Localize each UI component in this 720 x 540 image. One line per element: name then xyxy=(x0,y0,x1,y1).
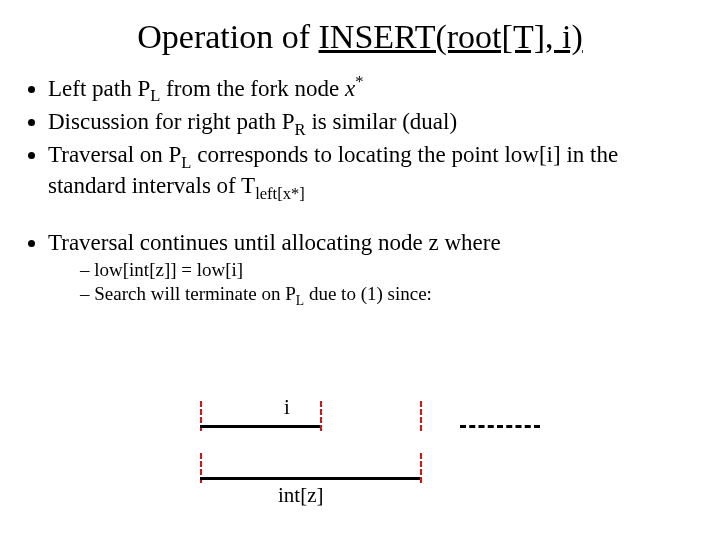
subscript: R xyxy=(295,119,306,138)
tick xyxy=(420,401,422,431)
subscript: L xyxy=(150,86,160,105)
text: Traversal on P xyxy=(48,142,181,167)
subscript: L xyxy=(296,293,304,308)
segment-i xyxy=(200,425,320,428)
subscript: left[x*] xyxy=(255,184,305,203)
interval-diagram: i int[z] xyxy=(200,395,600,515)
title-underlined: INSERT(root[T], i) xyxy=(319,18,583,55)
text: Left path P xyxy=(48,76,150,101)
slide: Operation of INSERT(root[T], i) Left pat… xyxy=(0,0,720,540)
bullet-2: Discussion for right path PR is similar … xyxy=(48,108,696,139)
tick xyxy=(320,401,322,431)
text: Traversal continues until allocating nod… xyxy=(48,230,501,255)
slide-title: Operation of INSERT(root[T], i) xyxy=(24,18,696,56)
label-intz: int[z] xyxy=(278,483,323,508)
text: Search will terminate on P xyxy=(94,283,296,304)
sub-bullet-2: Search will terminate on PL due to (1) s… xyxy=(80,282,696,309)
var-x: x xyxy=(345,76,355,101)
text: Discussion for right path P xyxy=(48,109,295,134)
bullet-list-2: Traversal continues until allocating nod… xyxy=(30,229,696,309)
text: due to (1) since: xyxy=(304,283,432,304)
subscript: L xyxy=(181,153,191,172)
sub-bullet-1: low[int[z]] = low[i] xyxy=(80,258,696,282)
segment-intz xyxy=(200,477,420,480)
bullet-4: Traversal continues until allocating nod… xyxy=(48,229,696,309)
sub-bullet-list: low[int[z]] = low[i] Search will termina… xyxy=(58,258,696,309)
title-pre: Operation of xyxy=(137,18,318,55)
text: is similar (dual) xyxy=(306,109,457,134)
label-i: i xyxy=(284,395,290,420)
superscript: * xyxy=(355,72,363,91)
tick xyxy=(420,453,422,483)
bullet-3: Traversal on PL corresponds to locating … xyxy=(48,141,696,203)
bullet-list-1: Left path PL from the fork node x* Discu… xyxy=(30,72,696,203)
bullet-1: Left path PL from the fork node x* xyxy=(48,72,696,106)
segment-dashed xyxy=(460,425,540,428)
text: from the fork node xyxy=(160,76,345,101)
